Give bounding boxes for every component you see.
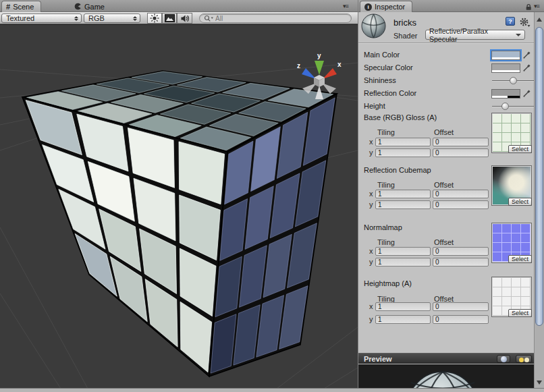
preview-sphere-button[interactable] xyxy=(497,355,510,363)
alpha-bar xyxy=(492,57,520,59)
tiling-y-input[interactable] xyxy=(375,315,431,324)
inspector-panel: i Inspector ▾≡ bricks xyxy=(358,0,544,388)
divider xyxy=(358,43,535,44)
texture-thumbnail-cubemap-sky[interactable]: Select xyxy=(491,165,532,206)
specular-color-label: Specular Color xyxy=(364,63,413,72)
chevron-down-icon xyxy=(516,34,521,36)
eyedropper-icon[interactable] xyxy=(522,88,532,98)
texture-thumbnail-grid-green[interactable]: Select xyxy=(491,113,532,153)
tiling-x-input[interactable] xyxy=(375,302,431,311)
x-row-label: x xyxy=(369,302,373,310)
select-texture-button[interactable]: Select xyxy=(508,145,532,153)
lock-icon[interactable] xyxy=(524,3,533,11)
inspector-menu-icon[interactable]: ▾≡ xyxy=(534,3,539,9)
eyedropper-icon[interactable] xyxy=(522,50,532,59)
alpha-bar xyxy=(492,70,520,72)
scrollbar-thumb[interactable] xyxy=(535,27,543,326)
help-icon[interactable]: ? xyxy=(506,17,515,26)
sphere-icon xyxy=(501,356,507,362)
tiling-x-input[interactable] xyxy=(375,247,431,256)
offset-x-input[interactable] xyxy=(433,302,489,311)
texture-slot-label: Normalmap xyxy=(364,223,402,231)
texture-thumbnail-heightmap-white[interactable]: Select xyxy=(491,277,532,317)
textured-cube-object[interactable] xyxy=(22,71,337,376)
draw-mode-value: Textured xyxy=(6,14,34,22)
gizmo-y-label: y xyxy=(317,52,321,59)
scene-orientation-gizmo[interactable]: y x z xyxy=(294,52,344,103)
tiling-header: Tiling xyxy=(377,181,395,189)
gizmo-z-axis-cone[interactable] xyxy=(302,68,316,79)
scene-panel: # Scene Game ▾≡ Textured RGB xyxy=(0,0,358,388)
color-mode-dropdown[interactable]: RGB xyxy=(84,13,140,23)
offset-y-input[interactable] xyxy=(433,200,489,209)
gizmo-neg-axis-cone[interactable] xyxy=(315,86,323,99)
offset-x-input[interactable] xyxy=(433,190,489,198)
tiling-x-input[interactable] xyxy=(375,138,431,146)
select-texture-button[interactable]: Select xyxy=(508,198,532,206)
shader-dropdown[interactable]: Reflective/Parallax Specular xyxy=(425,30,525,40)
material-sphere-icon xyxy=(361,13,386,38)
select-texture-button[interactable]: Select xyxy=(508,309,532,317)
shininess-slider[interactable] xyxy=(492,76,534,86)
shininess-label: Shininess xyxy=(364,76,396,84)
tab-inspector[interactable]: i Inspector xyxy=(360,1,412,12)
inspector-scrollbar[interactable] xyxy=(534,12,544,388)
reflection-color-label: Reflection Color xyxy=(364,89,416,97)
offset-x-input[interactable] xyxy=(433,138,489,146)
scroll-up-icon[interactable] xyxy=(537,18,542,22)
main-color-swatch[interactable] xyxy=(491,51,520,60)
scroll-down-icon[interactable] xyxy=(537,381,542,385)
scene-tabbar: # Scene Game ▾≡ xyxy=(0,0,358,12)
tab-game[interactable]: Game xyxy=(70,1,111,12)
gizmo-x-axis-cone[interactable] xyxy=(323,68,337,79)
texture-thumbnail-normalmap-purple[interactable]: Select xyxy=(491,223,532,263)
offset-y-input[interactable] xyxy=(433,148,489,157)
offset-header: Offset xyxy=(434,238,454,246)
eyedropper-icon[interactable] xyxy=(522,63,532,72)
slider-knob[interactable] xyxy=(510,77,517,84)
audio-toggle-button[interactable] xyxy=(177,13,192,24)
slider-track xyxy=(492,106,534,107)
scene-panel-menu-icon[interactable]: ▾≡ xyxy=(343,3,348,9)
image-icon xyxy=(165,14,175,22)
tab-scene-label: Scene xyxy=(13,3,34,11)
sun-icon xyxy=(150,13,159,23)
gear-icon[interactable] xyxy=(519,17,531,28)
scene-viewport[interactable]: y x z xyxy=(0,24,358,388)
color-mode-value: RGB xyxy=(88,14,105,22)
reflection-color-swatch[interactable] xyxy=(491,89,520,99)
select-texture-button[interactable]: Select xyxy=(508,255,532,263)
tab-scene[interactable]: # Scene xyxy=(1,1,41,12)
preview-title: Preview xyxy=(364,355,392,363)
gizmo-y-axis-cone[interactable] xyxy=(315,61,324,75)
draw-mode-dropdown[interactable]: Textured xyxy=(1,13,82,23)
tiling-y-input[interactable] xyxy=(375,200,431,209)
tiling-x-input[interactable] xyxy=(375,190,431,198)
render-mode-button[interactable] xyxy=(162,13,177,24)
height-slider[interactable] xyxy=(492,102,534,111)
tiling-y-input[interactable] xyxy=(375,148,431,157)
x-row-label: x xyxy=(369,247,373,255)
game-icon xyxy=(74,3,82,10)
height-label: Height xyxy=(364,102,385,110)
specular-color-swatch[interactable] xyxy=(491,63,520,73)
tab-game-label: Game xyxy=(84,3,105,11)
lighting-toggle-button[interactable] xyxy=(147,13,162,24)
scene-search-field[interactable] xyxy=(199,13,352,23)
preview-header[interactable]: Preview xyxy=(358,353,535,364)
preview-lighting-button[interactable] xyxy=(516,355,532,363)
tiling-y-input[interactable] xyxy=(375,258,431,267)
y-row-label: y xyxy=(369,200,373,208)
offset-y-input[interactable] xyxy=(433,258,489,267)
material-name: bricks xyxy=(393,18,416,28)
offset-x-input[interactable] xyxy=(433,247,489,256)
slider-knob[interactable] xyxy=(501,103,509,110)
offset-y-input[interactable] xyxy=(433,315,489,324)
y-row-label: y xyxy=(369,258,373,266)
shader-value: Reflective/Parallax Specular xyxy=(429,27,516,43)
light-dot-icon xyxy=(524,358,529,362)
search-input[interactable] xyxy=(215,15,330,22)
light-dot-icon xyxy=(519,358,524,362)
x-row-label: x xyxy=(369,190,373,198)
offset-header: Offset xyxy=(434,181,454,189)
